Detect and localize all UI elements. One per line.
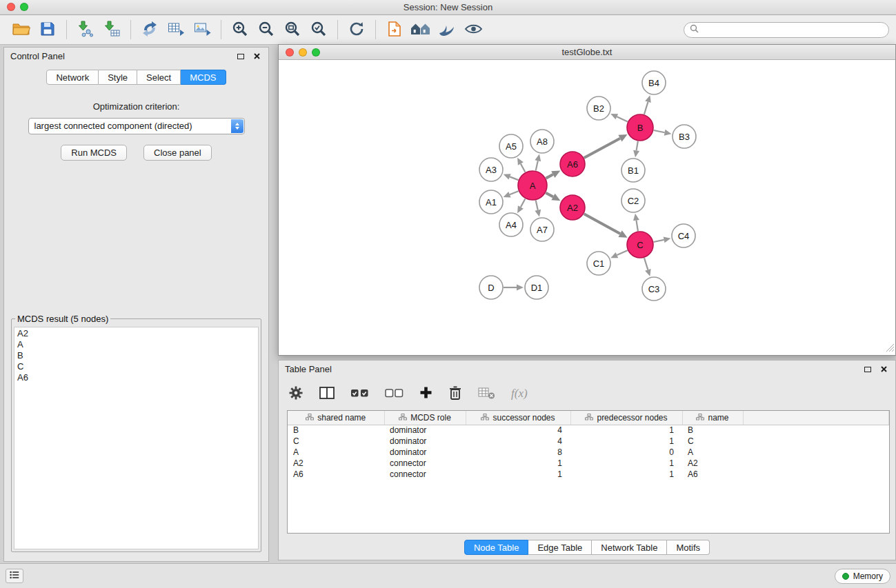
column-header-shared-name[interactable]: shared name	[288, 411, 384, 425]
node-A3[interactable]	[479, 158, 503, 181]
edge-A-A2[interactable]	[546, 193, 553, 197]
node-B3[interactable]	[673, 125, 696, 148]
run-mcds-button[interactable]: Run MCDS	[61, 145, 127, 161]
edge-C-C3[interactable]	[644, 258, 648, 270]
fx-button[interactable]: f(x)	[511, 387, 528, 401]
mcds-result-item[interactable]: A	[14, 339, 258, 350]
delete-table-button[interactable]	[478, 386, 495, 402]
table-row[interactable]: Bdominator41B	[288, 425, 889, 436]
trash-button[interactable]	[448, 385, 462, 403]
node-A[interactable]	[518, 171, 547, 200]
eye-button[interactable]	[460, 17, 486, 42]
edge-A-A7[interactable]	[536, 200, 538, 210]
export-table-button[interactable]	[163, 17, 189, 42]
table-row[interactable]: Adominator80A	[288, 447, 889, 458]
network-canvas[interactable]: B4B2BB3A5A8A6B1A3AC2A1A2A4A7C4CC1C3DD1	[279, 60, 895, 355]
document-button[interactable]	[381, 17, 408, 42]
close-window-button[interactable]	[7, 3, 15, 11]
edge-A-A6[interactable]	[546, 174, 552, 179]
mcds-result-item[interactable]: A6	[14, 372, 258, 383]
columns-button[interactable]	[319, 386, 335, 402]
node-B2[interactable]	[587, 97, 610, 120]
edge-B-B1[interactable]	[637, 141, 638, 151]
edge-A-A8[interactable]	[536, 161, 538, 170]
node-B[interactable]	[627, 114, 653, 141]
criterion-dropdown[interactable]: largest connected component (directed)	[28, 118, 245, 134]
node-C1[interactable]	[587, 252, 610, 275]
mcds-result-item[interactable]: C	[14, 361, 258, 372]
table-row[interactable]: A6connector11A6	[288, 469, 889, 480]
export-network-button[interactable]	[137, 17, 163, 42]
edge-A2-C[interactable]	[584, 214, 620, 234]
tab-style[interactable]: Style	[99, 70, 137, 85]
tab-motifs[interactable]: Motifs	[667, 540, 710, 555]
mcds-result-item[interactable]: A2	[14, 328, 258, 339]
node-C2[interactable]	[621, 189, 645, 212]
zoom-selected-button[interactable]	[306, 17, 332, 42]
select-all-button[interactable]	[350, 387, 369, 401]
float-panel-button[interactable]	[235, 51, 246, 62]
tab-network[interactable]: Network	[46, 70, 99, 85]
tab-mcds[interactable]: MCDS	[181, 70, 226, 85]
task-history-button[interactable]	[6, 569, 23, 583]
zoom-window-button[interactable]	[20, 3, 28, 11]
tab-select[interactable]: Select	[137, 70, 181, 85]
tab-edge-table[interactable]: Edge Table	[528, 540, 592, 555]
column-header-name[interactable]: name	[682, 411, 743, 425]
edge-C-C2[interactable]	[636, 221, 637, 232]
column-header-MCDS-role[interactable]: MCDS role	[384, 411, 466, 425]
deselect-all-button[interactable]	[385, 387, 404, 401]
mcds-result-list[interactable]: A2ABCA6	[14, 327, 259, 549]
float-table-panel-button[interactable]	[862, 364, 873, 375]
folder-open-button[interactable]	[8, 17, 34, 42]
node-C3[interactable]	[642, 277, 666, 301]
node-A2[interactable]	[560, 195, 585, 220]
zoom-out-button[interactable]	[253, 17, 279, 42]
node-A7[interactable]	[530, 218, 554, 241]
search-input[interactable]	[702, 25, 883, 34]
edge-C-C4[interactable]	[654, 240, 664, 242]
search-box[interactable]	[684, 22, 889, 38]
close-table-panel-button[interactable]	[878, 364, 889, 375]
import-table-button[interactable]	[99, 17, 125, 42]
node-C[interactable]	[627, 232, 653, 258]
edge-A-A5[interactable]	[521, 163, 526, 172]
node-D1[interactable]	[525, 276, 548, 299]
network-close-button[interactable]	[286, 48, 294, 57]
table-row[interactable]: A2connector11A2	[288, 458, 889, 469]
edge-A-A1[interactable]	[510, 191, 519, 194]
node-D[interactable]	[479, 276, 503, 299]
refresh-button[interactable]	[344, 17, 370, 42]
node-A8[interactable]	[530, 130, 554, 153]
table-row[interactable]: Cdominator41C	[288, 436, 889, 447]
column-header-successor-nodes[interactable]: successor nodes	[466, 411, 570, 425]
node-B1[interactable]	[621, 159, 645, 182]
export-image-button[interactable]	[189, 17, 215, 42]
tab-network-table[interactable]: Network Table	[592, 540, 667, 555]
node-B4[interactable]	[642, 71, 666, 94]
edge-B-B4[interactable]	[644, 102, 648, 114]
save-button[interactable]	[34, 17, 61, 42]
homes-button[interactable]	[408, 17, 434, 42]
network-zoom-button[interactable]	[312, 48, 320, 57]
network-minimize-button[interactable]	[299, 48, 307, 57]
memory-button[interactable]: Memory	[835, 569, 890, 584]
edge-A6-B[interactable]	[584, 139, 620, 158]
mcds-result-item[interactable]: B	[14, 350, 258, 361]
import-network-button[interactable]	[72, 17, 99, 42]
node-table-container[interactable]: shared nameMCDS rolesuccessor nodesprede…	[287, 410, 890, 534]
edge-B-B2[interactable]	[617, 116, 628, 121]
column-header-predecessor-nodes[interactable]: predecessor nodes	[570, 411, 682, 425]
node-C4[interactable]	[672, 224, 695, 247]
resize-grip-icon[interactable]	[886, 343, 895, 354]
node-A1[interactable]	[479, 190, 503, 214]
edge-B-B3[interactable]	[654, 130, 665, 132]
close-panel-action-button[interactable]: Close panel	[143, 145, 212, 161]
node-A6[interactable]	[560, 152, 585, 176]
edge-A-A3[interactable]	[510, 176, 518, 180]
add-button[interactable]	[419, 386, 432, 401]
edge-C-C1[interactable]	[617, 250, 627, 255]
edge-A-A4[interactable]	[521, 199, 526, 207]
close-panel-button[interactable]	[251, 51, 262, 62]
node-A4[interactable]	[499, 213, 523, 236]
